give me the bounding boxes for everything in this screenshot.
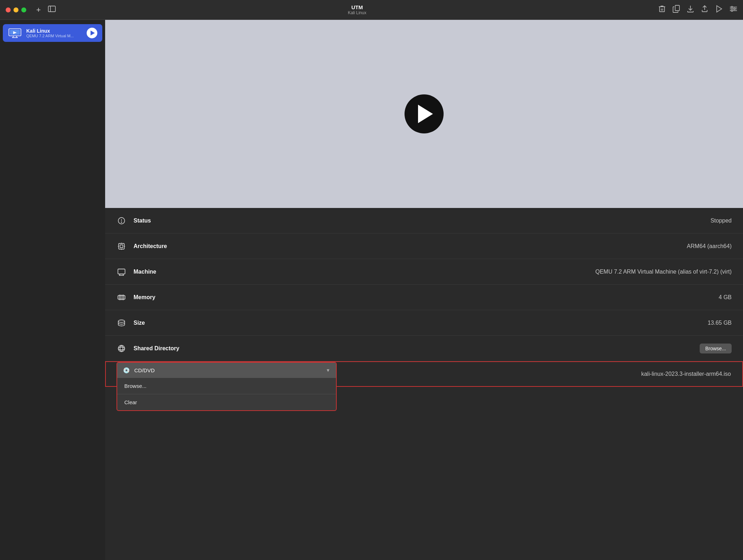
preview-play-button[interactable] [405, 94, 444, 133]
svg-rect-5 [675, 5, 679, 11]
info-panel: Status Stopped Architecture ARM64 (a [105, 208, 743, 560]
cddvd-file-value: kali-linux-2023.3-installer-arm64.iso [433, 371, 731, 377]
play-icon [91, 31, 95, 35]
sidebar: Kali Linux QEMU 7.2 ARM Virtual M... [0, 20, 105, 560]
architecture-value: ARM64 (aarch64) [205, 243, 732, 249]
delete-vm-button[interactable] [658, 5, 666, 15]
vm-item-icon [8, 28, 22, 38]
svg-rect-2 [660, 7, 665, 12]
vm-description: QEMU 7.2 ARM Virtual M... [26, 34, 80, 38]
size-value: 13.65 GB [205, 320, 732, 326]
svg-point-12 [731, 10, 733, 11]
settings-button[interactable] [730, 6, 737, 14]
titlebar: + UTM Kali Linux [0, 0, 743, 20]
vm-info: Kali Linux QEMU 7.2 ARM Virtual M... [26, 28, 82, 38]
svg-point-48 [118, 345, 125, 352]
shared-directory-icon [116, 344, 126, 353]
vm-name: Kali Linux [26, 28, 82, 34]
traffic-lights [6, 7, 26, 12]
status-value: Stopped [205, 218, 732, 224]
fullscreen-button[interactable] [21, 7, 26, 12]
architecture-label: Architecture [134, 243, 205, 249]
svg-point-45 [118, 320, 125, 322]
chevron-down-icon: ▼ [326, 368, 330, 373]
cddvd-header-icon: 💿 [123, 367, 130, 374]
download-button[interactable] [687, 5, 694, 15]
svg-marker-6 [717, 6, 722, 12]
memory-icon [116, 292, 126, 302]
dropdown-clear-item[interactable]: Clear [117, 394, 336, 410]
app-name: UTM [351, 4, 363, 10]
memory-value: 4 GB [205, 294, 732, 301]
status-row: Status Stopped [105, 208, 743, 234]
architecture-row: Architecture ARM64 (aarch64) [105, 234, 743, 259]
vm-play-button[interactable] [87, 28, 97, 38]
add-vm-button[interactable]: + [33, 5, 44, 15]
machine-icon [116, 267, 126, 277]
svg-rect-22 [119, 243, 124, 249]
titlebar-center: UTM Kali Linux [56, 4, 658, 15]
size-row: Size 13.65 GB [105, 310, 743, 336]
machine-value: QEMU 7.2 ARM Virtual Machine (alias of v… [205, 269, 732, 275]
share-button[interactable] [701, 5, 708, 15]
dropdown-browse-item[interactable]: Browse... [117, 378, 336, 394]
cddvd-dropdown-popup: 💿 CD/DVD ▼ Browse... Clear [116, 362, 337, 411]
svg-point-47 [118, 347, 125, 350]
minimize-button[interactable] [13, 7, 18, 12]
main-layout: Kali Linux QEMU 7.2 ARM Virtual M... [0, 20, 743, 560]
size-label: Size [134, 320, 205, 326]
titlebar-title: UTM Kali Linux [348, 4, 366, 15]
svg-rect-32 [118, 296, 125, 299]
machine-row: Machine QEMU 7.2 ARM Virtual Machine (al… [105, 259, 743, 285]
dropdown-header-label: CD/DVD [134, 367, 321, 373]
svg-point-11 [734, 8, 735, 10]
size-icon [116, 318, 126, 328]
status-icon [116, 216, 126, 226]
run-vm-button[interactable] [715, 5, 722, 15]
memory-label: Memory [134, 294, 205, 301]
cddvd-row: 💿 CD/DVD ▼ Browse... Clear CD/DVD kali-l… [105, 361, 743, 387]
architecture-icon [116, 241, 126, 251]
shared-directory-row: Shared Directory Browse... [105, 336, 743, 361]
svg-point-46 [120, 346, 123, 351]
copy-vm-button[interactable] [673, 5, 680, 15]
content-area: Status Stopped Architecture ARM64 (a [105, 20, 743, 560]
shared-directory-browse-button[interactable]: Browse... [700, 344, 732, 353]
svg-rect-0 [48, 6, 55, 12]
dropdown-header: 💿 CD/DVD ▼ [117, 363, 336, 378]
vm-subtitle: Kali Linux [348, 10, 366, 15]
machine-label: Machine [134, 269, 205, 275]
sidebar-toggle-button[interactable] [48, 6, 56, 14]
svg-point-21 [121, 222, 122, 223]
preview-play-icon [418, 105, 433, 123]
titlebar-actions [658, 5, 737, 15]
memory-row: Memory 4 GB [105, 285, 743, 310]
svg-point-10 [731, 6, 733, 8]
svg-rect-28 [118, 269, 125, 274]
svg-rect-23 [120, 245, 123, 248]
shared-directory-label: Shared Directory [134, 345, 205, 352]
vm-list-item[interactable]: Kali Linux QEMU 7.2 ARM Virtual M... [3, 24, 102, 42]
vm-preview [105, 20, 743, 208]
status-label: Status [134, 218, 205, 224]
close-button[interactable] [6, 7, 11, 12]
shared-directory-value: Browse... [205, 344, 732, 353]
